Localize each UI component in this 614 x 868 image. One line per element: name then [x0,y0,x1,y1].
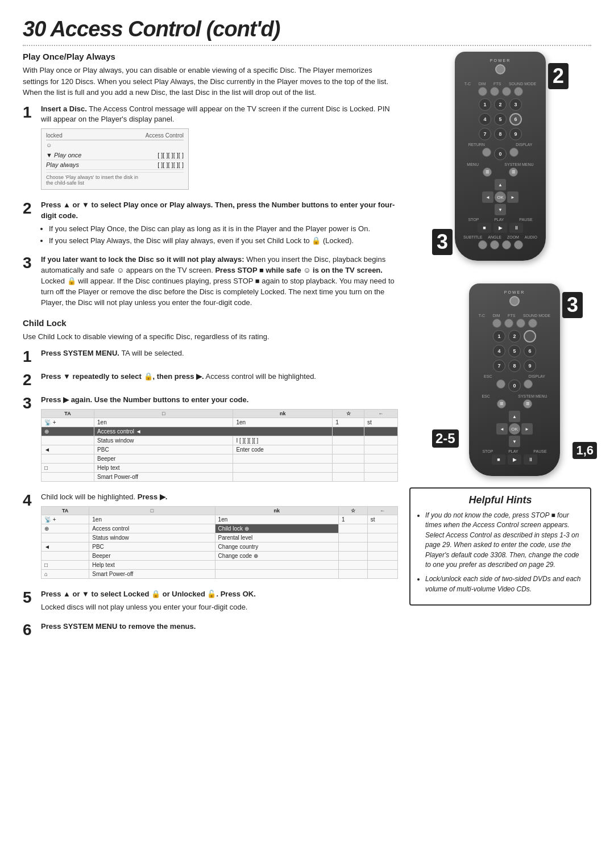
step-number-1: 1 [23,105,35,120]
sm3-r4c3 [333,454,364,463]
child-step-4-text: Child lock will be highlighted. Press ▶. [41,492,398,503]
badge-1-6: 1,6 [572,442,597,459]
sm3-r6c1: Smart Power-off [94,472,233,481]
child-step-1-ta: TA will be selected. [121,349,184,357]
sm4-r6c2 [215,569,338,578]
num2-row-4-6: 4 5 6 [475,345,554,357]
btn-return [482,148,491,157]
btn2-8: 8 [508,360,521,372]
sm4-r6c1: Smart Power-off [89,569,215,578]
label2-stop: STOP [482,449,493,453]
sm4-r1c3 [339,524,368,533]
sm3-r0c0: 📡 + [42,418,94,427]
step-2-bullet-2: If you select Play Always, the Disc will… [49,236,398,246]
sm3-h2: □ [94,409,233,418]
dpad-down: ▼ [495,204,506,215]
return-0-display-row: 0 [460,148,540,160]
badge-3-right: 3 [562,292,583,318]
transport2-row: ■ ▶ ⏸ [475,454,554,465]
sm4-row-access: ⊕ Access control Child lock ⊕ [42,524,398,533]
sm4-r4c2: Change code ⊕ [215,551,338,560]
step-1-text: The Access Control message will appear o… [41,105,390,124]
btn-sound-mode [514,87,523,96]
sm4-row-beeper: Beeper Change code ⊕ [42,551,398,560]
sm3-r5c1: Help text [94,463,233,472]
page-title: 30 Access Control (cont'd) [23,17,591,41]
step-2-bullets: If you select Play Once, the Disc can pl… [49,224,398,246]
sm3-r3c1: PBC [94,445,233,454]
sm3-r0c3: 1 [333,418,364,427]
child-step-6-text: Press SYSTEM MENU to remove the menus. [41,622,196,631]
sm4-h1: TA [42,506,89,515]
badge-3-bottom: 3 [432,229,453,255]
sm3-r2c4 [364,436,398,445]
child-step-num-4: 4 [23,493,35,508]
sm3-r4c4 [364,454,398,463]
btn-angle [490,240,499,249]
sm4-r3c4 [367,542,397,551]
label-row-1: T-C DIM FTS SOUND MODE [460,82,540,86]
sm3-r2c2: I [ ][ ][ ][ ] [233,436,333,445]
btn-8: 8 [494,128,507,140]
btn-subtitle [478,240,487,249]
sm4-r4c3 [339,551,368,560]
dpad2-down: ▼ [509,436,520,447]
sm4-r6c3 [339,569,368,578]
sm3-r1c1: Access control ◄ [94,427,333,436]
remote-section-2: 3 2-5 1,6 POWER T-C DIM FTS [409,283,591,482]
sm3-r3c4 [364,445,398,454]
sm3-r1c3 [333,427,364,436]
sm-play-always-label: Play always [46,161,79,168]
btn2-1: 1 [493,330,505,343]
screen-mockup-step3: TA □ nk ☆ ← 📡 + 1en 1en 1 [41,409,398,482]
sm3-row-pbc: ◄ PBC Enter code [42,445,398,454]
main-content: Play Once/Play Always With Play once or … [23,52,398,645]
sm-play-once-label: ▼ Play once [46,152,81,158]
sm3-row-0: 📡 + 1en 1en 1 st [42,418,398,427]
dpad-1: ▲ ◄ OK ► ▼ [460,179,540,215]
sm3-r6c2 [233,472,333,481]
dpad-right: ► [507,191,518,203]
child-step-2-text: Press ▼ repeatedly to select 🔒, then pre… [41,372,204,381]
sm4-r5c3 [339,560,368,569]
sm4-r3c2: Change country [215,542,338,551]
child-step-1: 1 Press SYSTEM MENU. TA will be selected… [23,348,398,365]
divider [23,45,591,46]
btn-play: ▶ [493,223,507,233]
sm3-row-beeper: Beeper [42,454,398,463]
remote-1: POWER T-C DIM FTS SOUND MODE [455,52,546,261]
label2-tc: T-C [479,314,485,318]
sm3-r4c1: Beeper [94,454,233,463]
btn-display [509,148,518,157]
btn-audio [514,240,523,249]
btn2-system-menu: ☰ [523,399,532,408]
sm4-r1c1: Access control [89,524,215,533]
sm3-r0c4: st [364,418,398,427]
menu-row: ☰ ☰ [460,168,540,177]
sm4-r1c2: Child lock ⊕ [215,524,338,533]
child-lock-section: Child Lock Use Child Lock to disable vie… [23,318,398,343]
sm4-r3c1: PBC [89,542,215,551]
sm3-r5c2 [233,463,333,472]
sm4-row-help: □ Help text [42,560,398,569]
sm3-r2c3 [333,436,364,445]
btn2-esc [496,379,505,389]
btn2-play: ▶ [508,454,521,465]
screen-mockup-step4: TA □ nk ☆ ← 📡 + 1en 1en 1 [41,506,398,579]
btn2-5: 5 [508,345,521,357]
label2-row-1: T-C DIM FTS SOUND MODE [475,314,554,318]
return2-0-display-row: 0 [475,379,554,392]
child-step-4: 4 Child lock will be highlighted. Press … [23,492,398,582]
sm4-r1c4 [367,524,397,533]
label-sound-mode: SOUND MODE [509,82,536,86]
label-row-menu: MENU SYSTEM MENU [460,162,540,166]
btn-1: 1 [479,98,491,111]
helpful-hints-list: If you do not know the code, press STOP … [417,511,583,594]
remote-power-area: POWER [460,59,540,78]
sm-play-always-value: [ ][ ][ ][ ][ ] [157,161,184,168]
sm4-r2c1: Status window [89,533,215,542]
top2-btn-row [475,319,554,328]
sm3-row-help: □ Help text [42,463,398,472]
label-zoom: ZOOM [507,235,519,239]
sm-play-once-value: [ ][ ][ ][ ][ ] [157,152,184,158]
